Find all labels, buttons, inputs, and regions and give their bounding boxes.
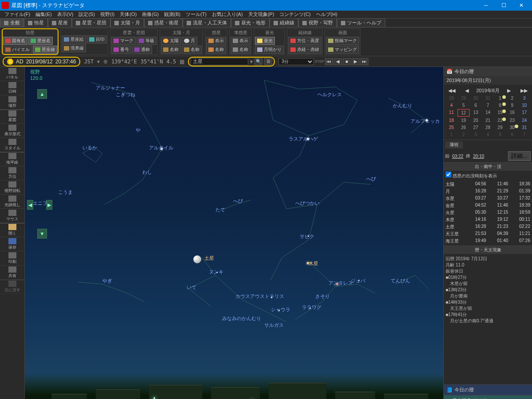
cal-day[interactable]: 16 bbox=[506, 109, 518, 117]
cal-day[interactable]: 17 bbox=[519, 109, 530, 117]
cal-day[interactable]: 22 bbox=[494, 117, 506, 124]
cal-day[interactable]: 19 bbox=[458, 117, 469, 124]
minimize-button[interactable]: ─ bbox=[477, 0, 495, 11]
tab-meteors[interactable]: 流星・人工天体 bbox=[183, 18, 231, 27]
btn-mapping[interactable]: マッピング bbox=[326, 46, 359, 54]
menu-phenom[interactable]: 天文現象(P) bbox=[246, 11, 277, 18]
cal-next-year[interactable]: ▶▶ bbox=[519, 88, 529, 94]
btn-planet-show[interactable]: 表示 bbox=[206, 37, 226, 45]
btn-const-line[interactable]: 星座線 bbox=[33, 46, 57, 54]
tab-daylight[interactable]: 昼光・地形 bbox=[231, 18, 270, 27]
cal-day[interactable]: 7 bbox=[519, 131, 530, 138]
tab-toolhelp[interactable]: ツール・ヘルプ bbox=[337, 18, 385, 27]
menu-fav[interactable]: お気に入り(A) bbox=[209, 11, 246, 18]
pan-down-button[interactable]: ▼ bbox=[37, 229, 47, 239]
tool-chart[interactable]: 星図 bbox=[0, 110, 24, 124]
tool-undo[interactable]: 元に戻す bbox=[0, 280, 24, 294]
rewind-start-button[interactable]: ⏮ bbox=[325, 58, 333, 65]
cal-day[interactable]: 3 bbox=[470, 131, 481, 138]
tab-nebulae[interactable]: 星雲・星団 bbox=[72, 18, 110, 27]
btn-today-ephem[interactable]: 📘今日の暦 bbox=[444, 384, 532, 395]
cal-day[interactable]: 4 bbox=[446, 102, 457, 109]
cal-day[interactable]: 9 bbox=[506, 102, 518, 109]
tab-general[interactable]: 全般 bbox=[0, 18, 24, 27]
btn-const-pic[interactable]: 星座絵 bbox=[62, 35, 86, 43]
cal-day[interactable]: 6 bbox=[506, 131, 518, 138]
menu-tool[interactable]: ツール(T) bbox=[183, 11, 209, 18]
btn-bayer[interactable]: バイエル bbox=[3, 46, 32, 54]
cal-day[interactable]: 27 bbox=[470, 124, 481, 131]
btn-moon-name[interactable]: 名称 bbox=[182, 46, 202, 54]
menu-sight[interactable]: 視野(I) bbox=[98, 11, 117, 18]
cal-day[interactable]: 29 bbox=[494, 124, 506, 131]
btn-phenom-guide[interactable]: ✦天文現象ガイド bbox=[444, 395, 532, 399]
tool-open[interactable]: 開く bbox=[0, 223, 24, 237]
cal-day[interactable]: 21 bbox=[482, 117, 493, 124]
forward-end-button[interactable]: ⏭ bbox=[360, 58, 368, 65]
cal-day[interactable]: 31 bbox=[482, 95, 493, 102]
menu-edit[interactable]: 編集(E) bbox=[33, 11, 55, 18]
tab-constellations[interactable]: 星座 bbox=[48, 18, 72, 27]
tz-dropdown-icon[interactable]: ▾ bbox=[97, 59, 100, 65]
tab-stars[interactable]: 恒星 bbox=[24, 18, 48, 27]
globe-icon[interactable]: ⊕ bbox=[103, 59, 108, 65]
mag-icon[interactable]: ▦ bbox=[180, 59, 184, 65]
planet-checkbox-row[interactable]: 惑星の出没時刻を表示 bbox=[444, 171, 532, 180]
calendar-grid[interactable]: 2829303112345678910111213141516171819202… bbox=[446, 95, 530, 138]
cal-day[interactable]: 26 bbox=[458, 124, 469, 131]
cal-day[interactable]: 8 bbox=[494, 102, 506, 109]
tool-panel[interactable]: パネル bbox=[0, 67, 24, 81]
play-button[interactable]: ▶ bbox=[352, 58, 360, 65]
tool-datetime[interactable]: 日時 bbox=[0, 81, 24, 95]
rewind-button[interactable]: ◀ bbox=[334, 58, 342, 65]
btn-moon[interactable]: 月 bbox=[182, 37, 197, 45]
tool-horizon[interactable]: 地平線 bbox=[0, 152, 24, 166]
btn-marker[interactable]: 目印 bbox=[87, 35, 107, 43]
close-button[interactable]: ✕ bbox=[512, 0, 530, 11]
search-button[interactable]: 🔍 bbox=[254, 58, 262, 65]
cal-day[interactable]: 31 bbox=[519, 124, 530, 131]
tab-sunmoon[interactable]: 太陽・月 bbox=[110, 18, 144, 27]
cal-day[interactable]: 1 bbox=[446, 131, 457, 138]
search-dropdown-icon[interactable]: ▾ bbox=[250, 59, 253, 65]
cal-day[interactable]: 20 bbox=[470, 117, 481, 124]
btn-moonlight[interactable]: 月明かり bbox=[255, 46, 284, 54]
tool-azimuth[interactable]: 方位 bbox=[0, 166, 24, 180]
cal-day[interactable]: 28 bbox=[446, 95, 457, 102]
tool-mouse[interactable]: マウス bbox=[0, 209, 24, 223]
cal-next-month[interactable]: ▶ bbox=[505, 88, 512, 94]
btn-neb-mark[interactable]: マーク bbox=[111, 37, 136, 45]
cal-day[interactable]: 12 bbox=[458, 109, 469, 117]
tool-rotate[interactable]: 視野回転 bbox=[0, 180, 24, 195]
cal-day[interactable]: 14 bbox=[482, 109, 493, 117]
btn-postmark[interactable]: 投稿マーク bbox=[326, 37, 359, 45]
btn-sun[interactable]: 太陽 bbox=[161, 37, 181, 45]
cal-day[interactable]: 5 bbox=[494, 131, 506, 138]
menu-contents[interactable]: コンテンツ(C) bbox=[277, 11, 313, 18]
btn-neb-nick[interactable]: 通称 bbox=[132, 46, 152, 54]
cal-day[interactable]: 13 bbox=[470, 109, 481, 117]
cal-day[interactable]: 28 bbox=[482, 124, 493, 131]
btn-planet-name[interactable]: 名称 bbox=[206, 46, 226, 54]
timestep-select[interactable]: 3分 bbox=[278, 58, 314, 65]
tool-print[interactable]: 印刷 bbox=[0, 251, 24, 266]
maximize-button[interactable]: ☐ bbox=[495, 0, 512, 11]
cal-day[interactable]: 29 bbox=[458, 95, 469, 102]
cal-day[interactable]: 3 bbox=[519, 95, 530, 102]
btn-sun-name[interactable]: 名称 bbox=[161, 46, 181, 54]
search-list-button[interactable]: ☰ bbox=[264, 58, 272, 65]
cal-day[interactable]: 1 bbox=[494, 95, 506, 102]
pause-icon[interactable]: ⏸ bbox=[7, 59, 13, 65]
btn-const-name[interactable]: 星座名 bbox=[28, 37, 53, 45]
pan-left-button[interactable]: ◀ bbox=[27, 200, 33, 210]
menu-view[interactable]: 表示(V) bbox=[55, 11, 76, 18]
menu-settings[interactable]: 設定(S) bbox=[76, 11, 98, 18]
tool-share[interactable]: 共有 bbox=[0, 266, 24, 280]
cal-day[interactable]: 2 bbox=[458, 131, 469, 138]
cal-day[interactable]: 11 bbox=[446, 109, 457, 117]
datetime-display[interactable]: ⏸ AD 2019/08/12 20:37:46 bbox=[3, 57, 80, 66]
cal-day[interactable]: 4 bbox=[482, 131, 493, 138]
cal-day[interactable]: 23 bbox=[506, 117, 518, 124]
tool-display[interactable]: 表示形式 bbox=[0, 124, 24, 138]
btn-radec[interactable]: 赤経・赤緯 bbox=[288, 46, 321, 54]
